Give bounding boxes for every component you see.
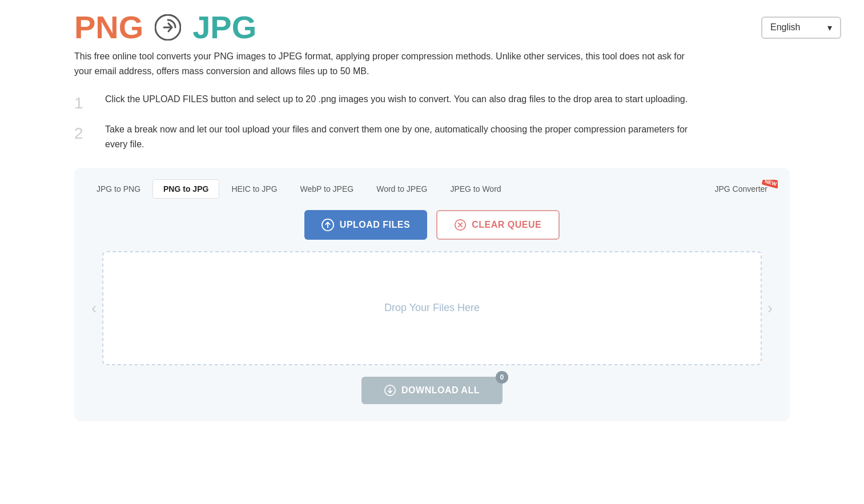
drop-zone-wrapper: ‹ Drop Your Files Here ›: [74, 251, 790, 365]
description-section: This free online tool converts your PNG …: [0, 49, 864, 78]
language-label: English: [770, 22, 800, 33]
tab-png-to-jpg[interactable]: PNG to JPG: [152, 179, 219, 199]
download-icon: [384, 385, 396, 396]
upload-button-label: UPLOAD FILES: [340, 220, 410, 230]
step-2-text: Take a break now and let our tool upload…: [105, 122, 705, 151]
action-buttons-row: UPLOAD FILES CLEAR QUEUE: [74, 210, 790, 240]
converter-tab-label: JPG Converter: [714, 184, 767, 193]
chevron-down-icon: ▾: [827, 22, 832, 33]
page-header: PNG JPG English ▾: [0, 0, 864, 49]
drop-zone[interactable]: Drop Your Files Here: [102, 251, 761, 365]
tab-webp-to-jpeg[interactable]: WebP to JPEG: [290, 179, 365, 199]
step-2-number: 2: [74, 122, 91, 144]
tab-jpeg-to-word[interactable]: JPEG to Word: [439, 179, 512, 199]
step-1-text: Click the UPLOAD FILES button and select…: [105, 92, 688, 107]
logo-to: [147, 13, 189, 42]
tab-jpg-converter[interactable]: JPG Converter NEW: [704, 179, 778, 199]
download-button-label: DOWNLOAD ALL: [401, 385, 480, 396]
main-panel: JPG to PNG PNG to JPG HEIC to JPG WebP t…: [74, 168, 790, 421]
download-row: DOWNLOAD ALL 0: [74, 377, 790, 404]
tab-heic-to-jpg[interactable]: HEIC to JPG: [220, 179, 288, 199]
upload-files-button[interactable]: UPLOAD FILES: [304, 210, 427, 240]
logo-png: PNG: [74, 11, 143, 43]
carousel-left-arrow[interactable]: ‹: [86, 293, 102, 323]
logo-jpg: JPG: [192, 11, 256, 43]
logo-arrow-icon: [155, 14, 181, 41]
upload-icon: [322, 219, 334, 231]
step-2: 2 Take a break now and let our tool uplo…: [74, 122, 790, 151]
tab-jpg-to-png[interactable]: JPG to PNG: [86, 179, 151, 199]
clear-icon: [455, 219, 466, 231]
steps-section: 1 Click the UPLOAD FILES button and sele…: [0, 92, 864, 151]
description-text: This free online tool converts your PNG …: [74, 49, 702, 78]
carousel-right-arrow[interactable]: ›: [762, 293, 778, 323]
language-selector[interactable]: English ▾: [761, 17, 841, 39]
download-count-badge: 0: [496, 371, 508, 384]
tabs-bar: JPG to PNG PNG to JPG HEIC to JPG WebP t…: [74, 179, 790, 199]
step-1: 1 Click the UPLOAD FILES button and sele…: [74, 92, 790, 114]
clear-button-label: CLEAR QUEUE: [472, 220, 541, 230]
site-logo: PNG JPG: [74, 11, 256, 43]
tab-word-to-jpeg[interactable]: Word to JPEG: [365, 179, 438, 199]
download-all-button[interactable]: DOWNLOAD ALL 0: [361, 377, 503, 404]
tabs-left-group: JPG to PNG PNG to JPG HEIC to JPG WebP t…: [86, 179, 512, 199]
step-1-number: 1: [74, 92, 91, 114]
drop-zone-text: Drop Your Files Here: [384, 302, 480, 314]
clear-queue-button[interactable]: CLEAR QUEUE: [436, 210, 560, 240]
